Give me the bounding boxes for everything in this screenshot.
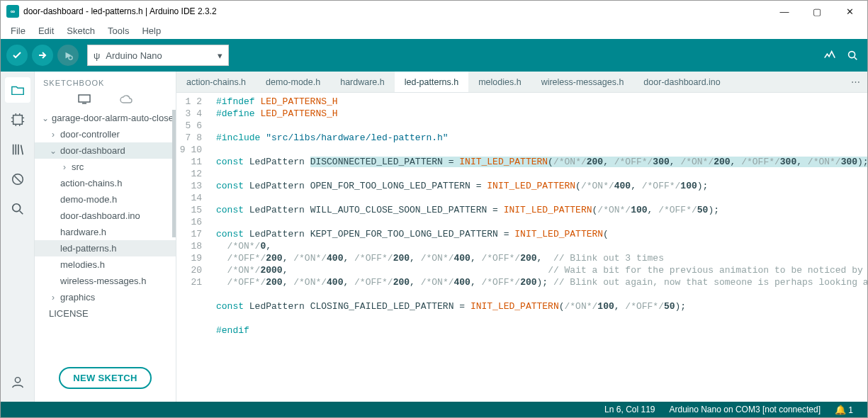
upload-button[interactable]	[32, 45, 53, 66]
code-area[interactable]: 1 2 3 4 5 6 7 8 9 10 11 12 13 14 15 16 1…	[176, 93, 867, 402]
tree-file[interactable]: door-dashboard.ino	[35, 208, 176, 224]
tab[interactable]: wireless-messages.h	[531, 72, 634, 92]
minimize-button[interactable]: —	[768, 1, 801, 22]
tab[interactable]: hardware.h	[330, 72, 395, 92]
serial-plotter-button[interactable]	[821, 46, 839, 64]
tab-active[interactable]: led-patterns.h	[395, 72, 468, 92]
status-bar: Ln 6, Col 119 Arduino Nano on COM3 [not …	[1, 402, 867, 417]
debug-icon[interactable]	[5, 166, 30, 192]
new-sketch-button[interactable]: NEW SKETCH	[59, 367, 151, 389]
file-tree[interactable]: garage-door-alarm-auto-closer door-contr…	[35, 110, 176, 357]
menu-file[interactable]: File	[5, 24, 31, 38]
menubar: File Edit Sketch Tools Help	[1, 22, 867, 39]
cursor-position[interactable]: Ln 6, Col 119	[597, 405, 662, 414]
editor-tabs: action-chains.h demo-mode.h hardware.h l…	[176, 72, 867, 93]
tab[interactable]: action-chains.h	[176, 72, 256, 92]
board-status[interactable]: Arduino Nano on COM3 [not connected]	[663, 405, 828, 414]
tree-file[interactable]: demo-mode.h	[35, 191, 176, 208]
svg-rect-6	[79, 95, 90, 102]
tree-file[interactable]: wireless-messages.h	[35, 273, 176, 289]
serial-monitor-button[interactable]	[843, 46, 862, 64]
sidebar: SKETCHBOOK garage-door-alarm-auto-closer…	[35, 72, 176, 402]
tree-file-selected[interactable]: led-patterns.h	[35, 240, 176, 256]
menu-tools[interactable]: Tools	[102, 24, 135, 38]
tree-file[interactable]: hardware.h	[35, 224, 176, 240]
local-sketchbook-tab[interactable]	[78, 94, 91, 104]
toolbar: ψArduino Nano ▾	[1, 39, 867, 72]
usb-icon: ψ	[94, 50, 100, 61]
activity-bar	[1, 72, 35, 402]
cloud-sketchbook-tab[interactable]	[119, 94, 133, 104]
app-icon: ∞	[6, 5, 19, 18]
tree-root[interactable]: garage-door-alarm-auto-closer	[35, 110, 176, 126]
svg-point-4	[12, 204, 20, 212]
tree-folder[interactable]: door-controller	[35, 126, 176, 142]
verify-button[interactable]	[6, 45, 28, 66]
sidebar-title: SKETCHBOOK	[35, 72, 176, 91]
code-content[interactable]: #ifndef LED_PATTERNS_H #define LED_PATTE…	[209, 93, 867, 402]
tree-folder[interactable]: graphics	[35, 289, 176, 305]
tabs-overflow-button[interactable]: ⋯	[844, 72, 867, 92]
sketchbook-icon[interactable]	[5, 77, 30, 103]
menu-edit[interactable]: Edit	[33, 24, 60, 38]
svg-point-5	[15, 378, 20, 383]
tab[interactable]: demo-mode.h	[256, 72, 330, 92]
svg-rect-2	[13, 115, 22, 125]
search-icon[interactable]	[5, 196, 30, 222]
tree-folder-active[interactable]: door-dashboard	[35, 142, 176, 159]
titlebar: ∞ door-dashboard - led-patterns.h | Ardu…	[1, 1, 867, 22]
tree-file[interactable]: LICENSE	[35, 305, 176, 322]
line-gutter: 1 2 3 4 5 6 7 8 9 10 11 12 13 14 15 16 1…	[176, 93, 209, 402]
window-title: door-dashboard - led-patterns.h | Arduin…	[23, 6, 768, 16]
board-selector[interactable]: ψArduino Nano ▾	[87, 45, 229, 66]
tab[interactable]: door-dashboard.ino	[633, 72, 730, 92]
debug-button[interactable]	[57, 45, 79, 66]
maximize-button[interactable]: ▢	[801, 1, 833, 22]
library-manager-icon[interactable]	[5, 137, 30, 162]
tree-file[interactable]: action-chains.h	[35, 175, 176, 191]
board-name: Arduino Nano	[106, 50, 162, 61]
notifications-button[interactable]: 🔔 1	[828, 405, 860, 415]
menu-sketch[interactable]: Sketch	[61, 24, 101, 38]
svg-point-1	[849, 52, 855, 58]
svg-point-0	[69, 56, 72, 60]
tree-folder[interactable]: src	[35, 159, 176, 175]
tree-file[interactable]: melodies.h	[35, 256, 176, 273]
menu-help[interactable]: Help	[136, 24, 167, 38]
scrollbar[interactable]	[172, 110, 176, 237]
bell-icon: 🔔	[835, 405, 846, 415]
tab[interactable]: melodies.h	[468, 72, 531, 92]
editor: action-chains.h demo-mode.h hardware.h l…	[176, 72, 867, 402]
boards-manager-icon[interactable]	[5, 107, 30, 132]
dropdown-icon: ▾	[218, 50, 222, 61]
close-button[interactable]: ✕	[833, 1, 866, 22]
account-icon[interactable]	[5, 369, 30, 395]
